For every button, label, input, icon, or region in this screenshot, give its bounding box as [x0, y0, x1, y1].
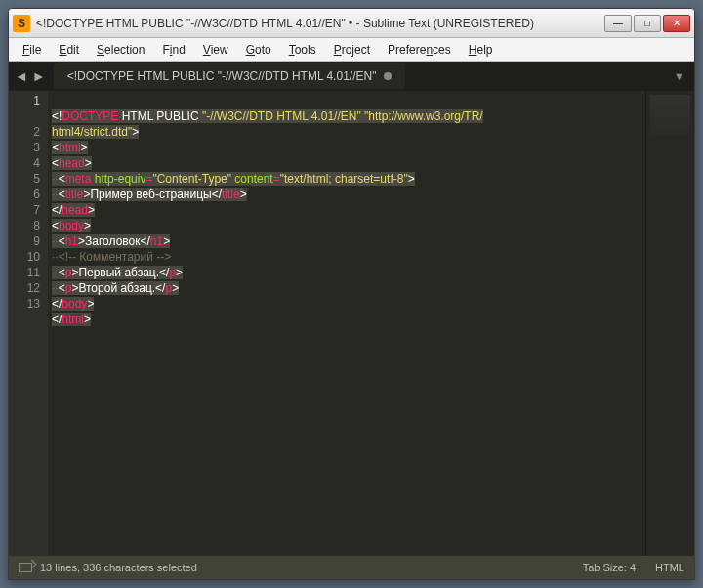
line-number: 3: [9, 140, 40, 155]
panel-switcher-icon[interactable]: [19, 563, 32, 572]
line-number: 12: [9, 280, 40, 296]
menu-preferences[interactable]: Preferences: [380, 41, 459, 59]
menu-help[interactable]: Help: [461, 41, 501, 59]
app-icon: S: [13, 15, 30, 32]
editor[interactable]: 1 2 3 4 5 6 7 8 9 10 11 12 13 <!DOCTYPE …: [9, 91, 694, 556]
window-title: <!DOCTYPE HTML PUBLIC "-//W3C//DTD HTML …: [36, 17, 604, 30]
menu-edit[interactable]: Edit: [51, 41, 87, 59]
status-info: 13 lines, 336 characters selected: [40, 562, 197, 573]
menu-find[interactable]: Find: [154, 41, 192, 59]
menu-tools[interactable]: Tools: [281, 41, 324, 59]
line-number: 6: [9, 187, 40, 202]
menu-view[interactable]: View: [195, 41, 236, 59]
minimize-button[interactable]: —: [604, 15, 632, 32]
line-number: 8: [9, 218, 40, 233]
menu-project[interactable]: Project: [326, 41, 378, 59]
line-number: 7: [9, 202, 40, 218]
line-number: 10: [9, 249, 40, 265]
line-gutter: 1 2 3 4 5 6 7 8 9 10 11 12 13: [9, 91, 48, 556]
line-number: [9, 108, 40, 124]
line-number: 13: [9, 296, 40, 312]
menubar: File Edit Selection Find View Goto Tools…: [9, 38, 694, 62]
status-tabsize[interactable]: Tab Size: 4: [583, 562, 636, 573]
titlebar[interactable]: S <!DOCTYPE HTML PUBLIC "-//W3C//DTD HTM…: [9, 9, 694, 38]
tabbar-menu-icon[interactable]: ▼: [674, 70, 684, 82]
nav-back-icon[interactable]: ◄: [15, 68, 28, 84]
tab-document[interactable]: <!DOCTYPE HTML PUBLIC "-//W3C//DTD HTML …: [54, 63, 406, 89]
tabbar: ◄ ► <!DOCTYPE HTML PUBLIC "-//W3C//DTD H…: [9, 62, 694, 91]
tab-label: <!DOCTYPE HTML PUBLIC "-//W3C//DTD HTML …: [67, 69, 377, 83]
line-number: 9: [9, 233, 40, 249]
line-number: 2: [9, 124, 40, 140]
line-number: 1: [9, 93, 40, 108]
code-area[interactable]: <!DOCTYPE HTML PUBLIC "-//W3C//DTD HTML …: [48, 91, 645, 556]
minimap-viewport: [650, 95, 690, 134]
app-window: S <!DOCTYPE HTML PUBLIC "-//W3C//DTD HTM…: [8, 8, 695, 580]
menu-selection[interactable]: Selection: [89, 41, 152, 59]
maximize-button[interactable]: □: [634, 15, 661, 32]
minimap[interactable]: [645, 91, 694, 556]
menu-file[interactable]: File: [15, 41, 49, 59]
line-number: 4: [9, 155, 40, 171]
statusbar: 13 lines, 336 characters selected Tab Si…: [9, 556, 694, 579]
tab-dirty-icon: [384, 72, 392, 80]
line-number: 11: [9, 265, 40, 280]
status-syntax[interactable]: HTML: [655, 562, 684, 573]
line-number: 5: [9, 171, 40, 187]
nav-forward-icon[interactable]: ►: [32, 68, 46, 84]
close-button[interactable]: ✕: [663, 15, 690, 32]
menu-goto[interactable]: Goto: [238, 41, 279, 59]
